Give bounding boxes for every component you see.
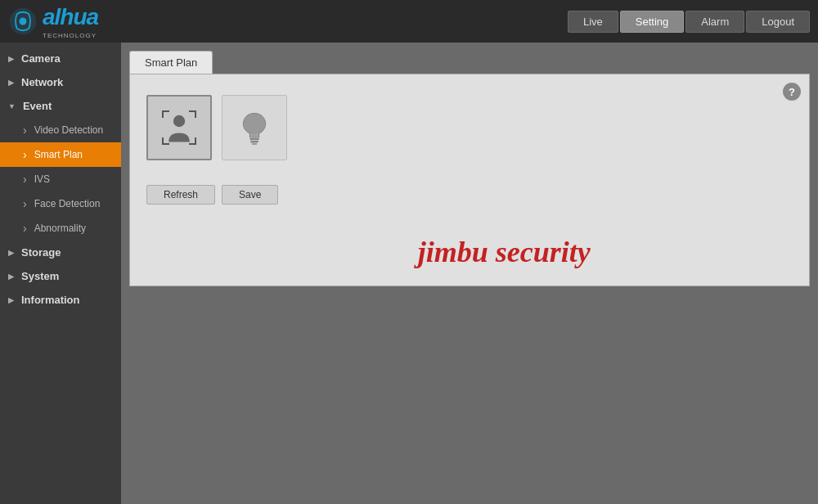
sidebar-item-camera[interactable]: Camera	[0, 47, 121, 70]
tab-bar: Smart Plan	[129, 51, 810, 74]
sidebar: Camera Network Event Video Detection Sma…	[0, 43, 121, 504]
header-nav: Live Setting Alarm Logout	[568, 11, 810, 33]
refresh-button[interactable]: Refresh	[146, 185, 215, 205]
svg-rect-4	[250, 141, 258, 142]
sidebar-item-network[interactable]: Network	[0, 70, 121, 94]
smart-icon-light[interactable]	[222, 95, 287, 160]
nav-logout[interactable]: Logout	[746, 11, 810, 33]
face-detection-icon	[160, 108, 199, 147]
smart-icon-face[interactable]	[146, 95, 212, 160]
help-icon[interactable]: ?	[783, 83, 801, 101]
svg-rect-3	[249, 138, 258, 140]
logo-wrapper: alhua TECHNOLOGY	[43, 4, 98, 39]
sidebar-item-video-detection[interactable]: Video Detection	[0, 118, 121, 142]
sidebar-item-smart-plan[interactable]: Smart Plan	[0, 142, 121, 167]
sidebar-item-system[interactable]: System	[0, 264, 121, 288]
logo-sub: TECHNOLOGY	[43, 32, 97, 39]
main-layout: Camera Network Event Video Detection Sma…	[0, 43, 818, 504]
action-buttons: Refresh Save	[146, 185, 793, 205]
nav-live[interactable]: Live	[568, 11, 618, 33]
smart-plan-icons	[146, 95, 793, 160]
sidebar-item-ivs[interactable]: IVS	[0, 167, 121, 191]
nav-alarm[interactable]: Alarm	[685, 11, 744, 33]
svg-point-2	[173, 115, 185, 127]
sidebar-item-abnormality[interactable]: Abnormality	[0, 216, 121, 241]
nav-setting[interactable]: Setting	[620, 11, 684, 33]
sidebar-item-event[interactable]: Event	[0, 94, 121, 118]
sidebar-item-storage[interactable]: Storage	[0, 241, 121, 264]
svg-point-1	[20, 18, 27, 25]
sidebar-item-face-detection[interactable]: Face Detection	[0, 191, 121, 216]
light-icon	[235, 108, 274, 147]
watermark-text: jimbu security	[418, 235, 591, 269]
sidebar-item-information[interactable]: Information	[0, 288, 121, 312]
dahua-logo-icon	[8, 7, 38, 36]
save-button[interactable]: Save	[222, 185, 278, 205]
smart-plan-panel: ?	[129, 74, 810, 286]
header: alhua TECHNOLOGY Live Setting Alarm Logo…	[0, 0, 818, 43]
svg-rect-5	[252, 143, 257, 145]
logo-area: alhua TECHNOLOGY	[8, 4, 98, 39]
tab-smart-plan[interactable]: Smart Plan	[129, 51, 213, 74]
content-area: Smart Plan ?	[121, 43, 818, 504]
logo-text: alhua	[43, 4, 98, 30]
